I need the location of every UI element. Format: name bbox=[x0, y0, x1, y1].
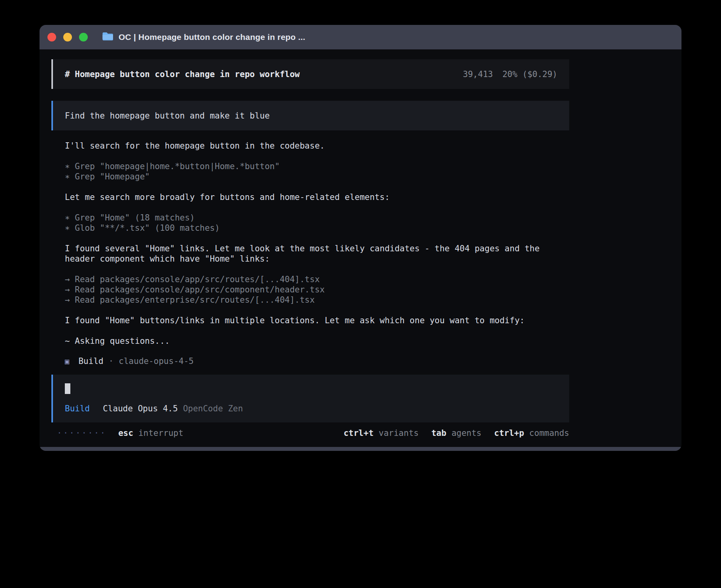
zoom-button[interactable] bbox=[79, 33, 88, 41]
agent-icon: ▣ bbox=[65, 357, 69, 366]
close-button[interactable] bbox=[47, 33, 56, 41]
text-line: ~ Asking questions... bbox=[65, 336, 557, 346]
user-message-text: Find the homepage button and make it blu… bbox=[65, 111, 270, 121]
shortcut-commands: ctrl+pcommands bbox=[494, 428, 569, 438]
text-line: ∗ Grep "Home" (18 matches) bbox=[65, 213, 557, 223]
prompt-value bbox=[65, 383, 557, 394]
shortcut-label: commands bbox=[529, 428, 569, 438]
text-line: ∗ Glob "**/*.tsx" (100 matches) bbox=[65, 223, 557, 233]
esc-key-hint: esc bbox=[118, 428, 133, 438]
separator-dot: · bbox=[109, 356, 114, 366]
text-line: I'll search for the homepage button in t… bbox=[65, 141, 557, 151]
terminal-body: # Homepage button color change in repo w… bbox=[40, 49, 681, 447]
prompt-status: BuildClaude Opus 4.5OpenCode Zen bbox=[65, 403, 557, 414]
status-bar: ········ esc interrupt ctrl+tvariantstab… bbox=[51, 428, 569, 438]
session-header: # Homepage button color change in repo w… bbox=[51, 59, 569, 89]
provider-name: OpenCode Zen bbox=[183, 404, 243, 413]
shortcut-variants: ctrl+tvariants bbox=[344, 428, 419, 438]
token-count: 39,413 bbox=[463, 70, 493, 79]
minimize-button[interactable] bbox=[63, 33, 72, 41]
agent-status-line: ▣Build·claude-opus-4-5 bbox=[65, 356, 557, 366]
session-title: # Homepage button color change in repo w… bbox=[65, 70, 300, 79]
spinner-dots: ········ bbox=[57, 428, 106, 438]
text-block: I'll search for the homepage button in t… bbox=[65, 141, 557, 151]
shortcut-key: ctrl+t bbox=[344, 428, 374, 438]
agent-model: claude-opus-4-5 bbox=[119, 356, 194, 366]
agent-mode: Build bbox=[65, 404, 90, 413]
text-block: I found several "Home" links. Let me loo… bbox=[65, 243, 557, 264]
window-title: OC | Homepage button color change in rep… bbox=[119, 32, 305, 42]
text-line: I found several "Home" links. Let me loo… bbox=[65, 243, 557, 264]
text-line: → Read packages/console/app/src/routes/[… bbox=[65, 274, 557, 285]
text-line: ∗ Grep "homepage|home.*button|Home.*butt… bbox=[65, 161, 557, 172]
shortcut-key: ctrl+p bbox=[494, 428, 524, 438]
text-block: I found "Home" buttons/links in multiple… bbox=[65, 315, 557, 326]
session-stats: 39,413 20% ($0.29) bbox=[463, 70, 557, 79]
shortcut-key: tab bbox=[431, 428, 446, 438]
footer-shortcuts: ctrl+tvariantstabagentsctrl+pcommands bbox=[344, 428, 569, 438]
prompt-input[interactable]: BuildClaude Opus 4.5OpenCode Zen bbox=[51, 375, 569, 422]
shortcut-agents: tabagents bbox=[431, 428, 481, 438]
context-cost: 20% ($0.29) bbox=[502, 70, 557, 79]
title-group: OC | Homepage button color change in rep… bbox=[102, 32, 305, 43]
shortcut-label: variants bbox=[379, 428, 419, 438]
user-message: Find the homepage button and make it blu… bbox=[51, 101, 569, 130]
tool-block: ∗ Grep "Home" (18 matches)∗ Glob "**/*.t… bbox=[65, 213, 557, 233]
text-line: ∗ Grep "Homepage" bbox=[65, 172, 557, 182]
text-line: I found "Home" buttons/links in multiple… bbox=[65, 315, 557, 326]
text-line: Let me search more broadly for buttons a… bbox=[65, 192, 557, 202]
tool-block: → Read packages/console/app/src/routes/[… bbox=[65, 274, 557, 305]
conversation: I'll search for the homepage button in t… bbox=[51, 130, 569, 366]
model-name: Claude Opus 4.5 bbox=[103, 404, 178, 413]
titlebar[interactable]: OC | Homepage button color change in rep… bbox=[40, 25, 681, 49]
text-line: → Read packages/console/app/src/componen… bbox=[65, 285, 557, 295]
text-block: ~ Asking questions... bbox=[65, 336, 557, 346]
tool-block: ∗ Grep "homepage|home.*button|Home.*butt… bbox=[65, 161, 557, 182]
folder-icon bbox=[102, 32, 113, 43]
shortcut-label: agents bbox=[451, 428, 481, 438]
text-cursor bbox=[65, 383, 70, 394]
traffic-lights bbox=[47, 33, 88, 41]
terminal-window: OC | Homepage button color change in rep… bbox=[40, 25, 681, 451]
esc-label: interrupt bbox=[138, 428, 183, 438]
text-line: → Read packages/enterprise/src/routes/[.… bbox=[65, 295, 557, 305]
window-bottom-edge bbox=[40, 447, 681, 451]
text-block: Let me search more broadly for buttons a… bbox=[65, 192, 557, 202]
agent-name: Build bbox=[78, 356, 103, 366]
